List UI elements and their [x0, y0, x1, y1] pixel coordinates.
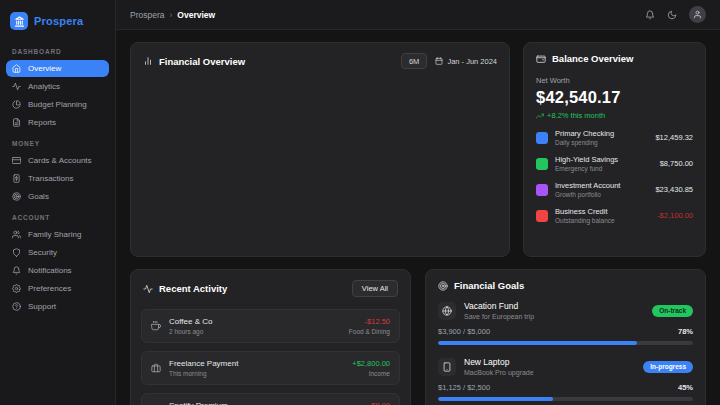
- activity-name: Freelance Payment: [169, 359, 344, 368]
- net-worth-label: Net Worth: [536, 76, 693, 85]
- gear-icon: [12, 284, 21, 293]
- sidebar-item-label: Preferences: [28, 284, 71, 293]
- globe-icon: [438, 302, 456, 320]
- main-area: Prospera › Overview: [116, 0, 720, 405]
- goal-progress-bar: [438, 341, 693, 345]
- financial-overview-card: Financial Overview 6M Jan - Jun 2024: [130, 42, 510, 257]
- smartphone-icon: [438, 358, 456, 376]
- sidebar-item-label: Cards & Accounts: [28, 156, 92, 165]
- sidebar-item-support[interactable]: Support: [6, 298, 109, 315]
- notifications-button[interactable]: [645, 10, 655, 20]
- activity-list: Coffee & Co 2 hours ago -$12.50 Food & D…: [131, 307, 410, 405]
- sidebar-item-label: Analytics: [28, 82, 60, 91]
- sidebar-item-label: Reports: [28, 118, 56, 127]
- activity-amount: -$9.99: [350, 401, 390, 405]
- sidebar-item-notifications[interactable]: Notifications: [6, 262, 109, 279]
- bar-chart-icon: [143, 56, 153, 66]
- sidebar-item-family-sharing[interactable]: Family Sharing: [6, 226, 109, 243]
- sidebar-item-transactions[interactable]: Transactions: [6, 170, 109, 187]
- credit-card-icon: [12, 156, 21, 165]
- file-text-icon: [12, 118, 21, 127]
- activity-time: This morning: [169, 370, 344, 377]
- financial-overview-title: Financial Overview: [159, 56, 245, 67]
- date-range-selector[interactable]: Jan - Jun 2024: [435, 57, 497, 66]
- activity-time: 2 hours ago: [169, 328, 341, 335]
- breadcrumb-root[interactable]: Prospera: [130, 10, 165, 20]
- user-icon: [693, 10, 702, 19]
- balance-overview-card: Balance Overview Net Worth $42,540.17 +8…: [523, 42, 706, 257]
- account-row[interactable]: Investment Account Growth portfolio $23,…: [536, 181, 693, 198]
- account-desc: Growth portfolio: [555, 191, 648, 198]
- account-row[interactable]: High-Yield Savings Emergency fund $8,750…: [536, 155, 693, 172]
- activity-item[interactable]: Spotify Premium Yesterday -$9.99 Enterta…: [141, 393, 400, 405]
- activity-item[interactable]: Freelance Payment This morning +$2,800.0…: [141, 351, 400, 385]
- goal-percent: 45%: [678, 383, 693, 392]
- activity-item[interactable]: Coffee & Co 2 hours ago -$12.50 Food & D…: [141, 309, 400, 343]
- sidebar-section-money: MONEY: [0, 132, 115, 151]
- target-icon: [12, 192, 21, 201]
- account-desc: Emergency fund: [555, 165, 653, 172]
- breadcrumb-current: Overview: [177, 10, 215, 20]
- goal-amounts: $3,900 / $5,000: [438, 327, 490, 336]
- user-avatar[interactable]: [689, 6, 706, 23]
- breadcrumb-separator: ›: [170, 10, 173, 20]
- target-icon: [438, 281, 448, 291]
- sidebar-item-security[interactable]: Security: [6, 244, 109, 261]
- activity-amount: -$12.50: [349, 317, 390, 326]
- account-name: Primary Checking: [555, 129, 648, 138]
- account-desc: Outstanding balance: [555, 217, 650, 224]
- goal-progress-bar: [438, 397, 693, 401]
- receipt-icon: [12, 174, 21, 183]
- topbar: Prospera › Overview: [116, 0, 720, 30]
- sidebar-section-account: ACCOUNT: [0, 206, 115, 225]
- range-6m-button[interactable]: 6M: [401, 53, 427, 69]
- sidebar-item-cards-accounts[interactable]: Cards & Accounts: [6, 152, 109, 169]
- sidebar-item-preferences[interactable]: Preferences: [6, 280, 109, 297]
- bank-logo-icon: [10, 12, 28, 30]
- activity-category: Income: [352, 370, 390, 377]
- date-range-label: Jan - Jun 2024: [447, 57, 497, 66]
- financial-goals-title: Financial Goals: [454, 280, 524, 291]
- sidebar-item-reports[interactable]: Reports: [6, 114, 109, 131]
- bell-icon: [645, 10, 655, 20]
- account-row[interactable]: Primary Checking Daily spending $12,459.…: [536, 129, 693, 146]
- account-name: High-Yield Savings: [555, 155, 653, 164]
- sidebar-item-label: Budget Planning: [28, 100, 87, 109]
- goal-progress-fill: [438, 341, 637, 345]
- account-color-swatch: [536, 158, 548, 170]
- account-value: $23,430.85: [655, 185, 693, 194]
- account-color-swatch: [536, 132, 548, 144]
- trending-up-icon: [536, 112, 544, 120]
- recent-activity-title: Recent Activity: [159, 283, 227, 294]
- net-worth-change-label: +8.2% this month: [547, 111, 605, 120]
- financial-goals-card: Financial Goals Vacation Fund S: [425, 269, 706, 405]
- users-icon: [12, 230, 21, 239]
- recent-activity-card: Recent Activity View All Coffee & Co 2 h…: [130, 269, 411, 405]
- goal-item[interactable]: Vacation Fund Save for European trip On-…: [438, 301, 693, 345]
- app-logo[interactable]: Prospera: [0, 8, 115, 40]
- dashboard-content: Financial Overview 6M Jan - Jun 2024: [116, 30, 720, 405]
- goals-list: Vacation Fund Save for European trip On-…: [426, 301, 705, 401]
- wallet-icon: [536, 54, 546, 64]
- view-all-button[interactable]: View All: [352, 280, 398, 297]
- sidebar-item-overview[interactable]: Overview: [6, 60, 109, 77]
- goal-item[interactable]: New Laptop MacBook Pro upgrade In-progre…: [438, 357, 693, 401]
- sidebar-item-goals[interactable]: Goals: [6, 188, 109, 205]
- theme-toggle-button[interactable]: [667, 10, 677, 20]
- calendar-icon: [435, 57, 443, 65]
- net-worth-value: $42,540.17: [536, 88, 693, 107]
- activity-amount: +$2,800.00: [352, 359, 390, 368]
- shield-icon: [12, 248, 21, 257]
- account-value: -$2,100.00: [657, 211, 693, 220]
- account-value: $12,459.32: [655, 133, 693, 142]
- activity-icon: [143, 284, 153, 294]
- home-icon: [12, 64, 21, 73]
- account-row[interactable]: Business Credit Outstanding balance -$2,…: [536, 207, 693, 224]
- briefcase-icon: [151, 363, 161, 373]
- sidebar-item-budget-planning[interactable]: Budget Planning: [6, 96, 109, 113]
- activity-name: Spotify Premium: [169, 401, 342, 405]
- goal-status-badge: In-progress: [643, 361, 693, 373]
- goal-amounts: $1,125 / $2,500: [438, 383, 490, 392]
- sidebar-item-analytics[interactable]: Analytics: [6, 78, 109, 95]
- sidebar-item-label: Overview: [28, 64, 61, 73]
